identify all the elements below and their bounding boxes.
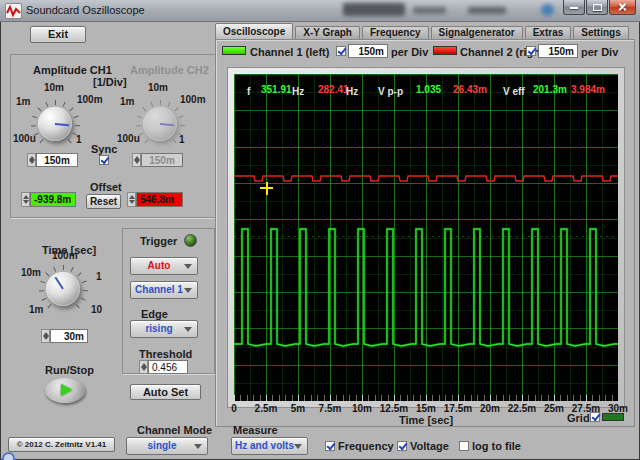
play-icon <box>61 384 72 396</box>
ch1-div-checkbox[interactable] <box>336 46 346 56</box>
exit-button[interactable]: Exit <box>30 26 86 43</box>
log-to-file-label: log to file <box>472 440 521 452</box>
trigger-title: Trigger <box>140 235 177 247</box>
ch2-per-div-label: per Div <box>581 46 618 58</box>
x-tick: 17.5m <box>440 403 476 414</box>
tab-oscilloscope[interactable]: Oscilloscope <box>215 23 293 39</box>
run-stop-label: Run/Stop <box>45 364 94 376</box>
close-button[interactable] <box>609 0 636 15</box>
copyright-bar: © 2012 C. Zeitnitz V1.41 <box>8 437 115 452</box>
channel-mode-label: Channel Mode <box>137 424 212 436</box>
ch2-amplitude-value[interactable]: 150m <box>141 153 183 167</box>
trigger-mode-dropdown[interactable]: Auto <box>130 257 198 275</box>
trigger-led <box>184 234 197 247</box>
amplitude-unit-label: [1/Div] <box>93 76 127 88</box>
threshold-spinner[interactable] <box>139 360 148 374</box>
trigger-mode-value: Auto <box>131 258 197 274</box>
ch1-div-value[interactable]: 150m <box>348 44 388 58</box>
ch2-div-value[interactable]: 150m <box>538 44 578 58</box>
maximize-icon <box>593 4 602 11</box>
x-tick: 7.5m <box>312 403 348 414</box>
glass-reflection <box>343 3 405 16</box>
edge-value: rising <box>131 321 197 337</box>
grid-color-swatch <box>602 413 624 421</box>
glass-reflection <box>541 4 554 16</box>
x-tick: 12.5m <box>376 403 412 414</box>
threshold-value[interactable]: 0.456 <box>148 360 188 374</box>
time-spinner[interactable] <box>41 329 50 343</box>
sync-checkbox[interactable] <box>99 155 109 165</box>
x-tick: 10m <box>344 403 380 414</box>
edge-dropdown[interactable]: rising <box>130 320 198 338</box>
sync-label: Sync <box>91 143 117 155</box>
tab-extras[interactable]: Extras <box>525 26 572 39</box>
knob-face <box>46 272 80 306</box>
ch1-offset-value[interactable]: -939.8m <box>30 192 76 207</box>
ch2-color-swatch <box>433 46 457 55</box>
voltage-checkbox[interactable] <box>397 441 407 451</box>
tab-settings[interactable]: Settings <box>573 26 628 39</box>
run-stop-switch[interactable] <box>45 378 85 403</box>
log-to-file-checkbox[interactable] <box>459 441 469 451</box>
measure-mode-value: Hz and volts <box>232 438 307 454</box>
glass-reflection <box>413 7 446 14</box>
maximize-button[interactable] <box>586 0 608 15</box>
ch2-div-checkbox[interactable] <box>526 46 536 56</box>
time-dial-100m-label: 100m <box>52 250 78 261</box>
x-tick: 2.5m <box>248 403 284 414</box>
tab-xy-graph[interactable]: X-Y Graph <box>295 26 360 39</box>
grid-checkbox[interactable] <box>590 412 600 422</box>
amplitude-ch2-knob[interactable] <box>132 96 188 152</box>
ch2-offset-value[interactable]: 546.8m <box>136 192 183 207</box>
tab-frequency[interactable]: Frequency <box>362 26 429 39</box>
time-dial-1-label: 1 <box>96 271 102 282</box>
x-axis-ticks <box>234 395 618 401</box>
app-window: Soundcard Oszilloscope Exit Amplitude CH… <box>0 0 640 460</box>
auto-set-button[interactable]: Auto Set <box>130 384 201 400</box>
trigger-source-dropdown[interactable]: Channel 1 <box>130 281 198 299</box>
measure-mode-dropdown[interactable]: Hz and volts <box>231 437 308 455</box>
frequency-label: Frequency <box>338 440 394 452</box>
time-knob[interactable] <box>35 261 91 317</box>
app-icon <box>5 3 22 19</box>
ch1-label: Channel 1 (left) <box>250 46 329 58</box>
offset-label: Offset <box>90 181 122 193</box>
reset-button[interactable]: Reset <box>86 194 121 209</box>
x-tick: 20m <box>472 403 508 414</box>
glass-reflection <box>468 7 506 14</box>
voltage-label: Voltage <box>410 440 449 452</box>
minimize-button[interactable] <box>563 0 585 15</box>
scope-plot: f 351.91 Hz 282.41 Hz V p-p 1.035 26.43m… <box>234 74 618 401</box>
threshold-label: Threshold <box>139 348 192 360</box>
ch1-amplitude-value[interactable]: 150m <box>36 153 78 167</box>
cursor-crosshair[interactable] <box>266 182 268 195</box>
ch1-color-swatch <box>222 46 246 55</box>
amplitude-ch2-title: Amplitude CH2 <box>130 64 209 76</box>
grid-label: Grid <box>567 412 590 424</box>
trigger-source-value: Channel 1 <box>131 282 197 298</box>
clipped-indicator <box>2 452 15 460</box>
window-title: Soundcard Oszilloscope <box>26 4 145 16</box>
ch1-per-div-label: per Div <box>391 46 428 58</box>
channel-mode-dropdown[interactable]: single <box>126 437 208 455</box>
x-axis-title: Time [sec] <box>366 414 486 426</box>
x-tick: 22.5m <box>504 403 540 414</box>
frequency-checkbox[interactable] <box>325 441 335 451</box>
tab-strip: Oscilloscope X-Y Graph Frequency Signalg… <box>215 25 629 39</box>
amplitude-ch1-title: Amplitude CH1 <box>33 64 112 76</box>
ch2-offset-spinner[interactable] <box>127 192 136 207</box>
x-tick: 15m <box>408 403 444 414</box>
ch1-amplitude-spinner[interactable] <box>27 153 36 167</box>
measure-title: Measure <box>233 424 278 436</box>
ch1-dial-10m-label: 10m <box>44 82 64 93</box>
channel-mode-value: single <box>127 438 207 454</box>
ch1-offset-spinner[interactable] <box>21 192 30 207</box>
x-tick: 5m <box>280 403 316 414</box>
ch2-amplitude-spinner[interactable] <box>132 153 141 167</box>
x-tick: 0 <box>216 403 252 414</box>
minimize-icon <box>570 7 578 9</box>
tab-signalgenerator[interactable]: Signalgenerator <box>431 26 523 39</box>
time-value[interactable]: 30m <box>50 329 88 343</box>
amplitude-ch1-knob[interactable] <box>27 96 83 152</box>
titlebar[interactable]: Soundcard Oszilloscope <box>0 0 640 22</box>
